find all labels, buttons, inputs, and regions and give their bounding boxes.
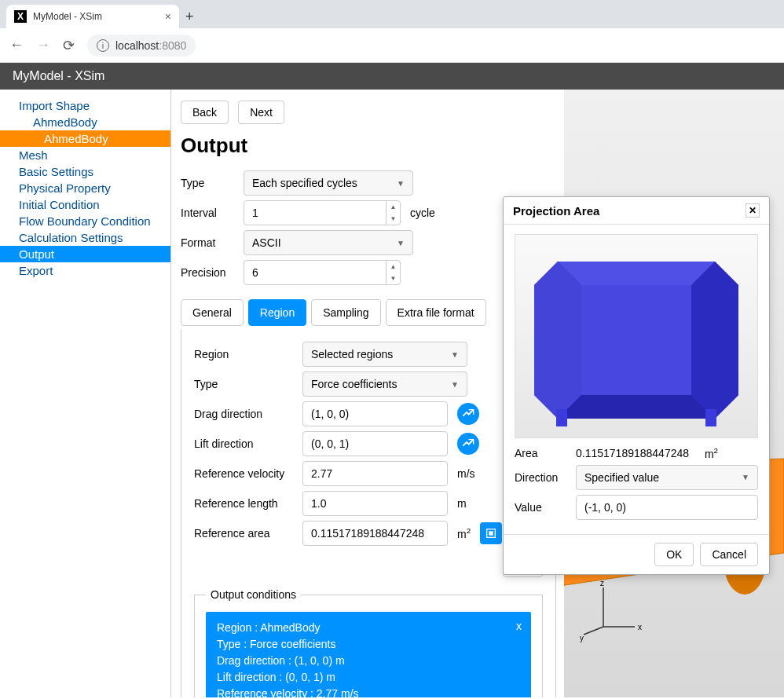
spinner-up-icon[interactable]: ▲: [387, 201, 400, 213]
sidebar-item-output[interactable]: Output: [0, 246, 170, 262]
lift-direction-input[interactable]: [302, 431, 448, 456]
reference-velocity-unit: m/s: [457, 467, 475, 480]
value-label: Value: [515, 501, 570, 514]
site-info-icon[interactable]: i: [97, 39, 109, 52]
browser-tab[interactable]: X MyModel - XSim ×: [6, 5, 179, 28]
svg-text:y: y: [580, 634, 584, 642]
region-select[interactable]: Selected regions ▼: [302, 342, 467, 367]
remove-condition-icon[interactable]: x: [516, 618, 522, 635]
favicon: X: [14, 10, 27, 23]
cond-drag: Drag direction : (1, 0, 0) m: [217, 653, 520, 669]
direction-select[interactable]: Specified value ▼: [576, 465, 758, 490]
page-heading: Output: [181, 134, 556, 158]
sidebar-item-import-shape[interactable]: Import Shape: [0, 97, 170, 114]
cond-region: Region : AhmedBody: [217, 620, 520, 636]
reference-velocity-label: Reference velocity: [194, 467, 296, 480]
tab-sampling[interactable]: Sampling: [311, 299, 380, 326]
tab-extra-file-format[interactable]: Extra file format: [386, 299, 486, 326]
interval-label: Interval: [181, 207, 237, 219]
dialog-close-icon[interactable]: ✕: [746, 203, 760, 218]
svg-rect-1: [489, 531, 493, 535]
cond-vel: Reference velocity : 2.77 m/s: [217, 686, 520, 697]
svg-marker-13: [558, 395, 715, 419]
sidebar-item-mesh[interactable]: Mesh: [0, 147, 170, 163]
tab-general[interactable]: General: [181, 299, 244, 326]
sidebar-item-flow-boundary[interactable]: Flow Boundary Condition: [0, 213, 170, 229]
address-bar[interactable]: i localhost:8080: [87, 35, 196, 57]
format-label: Format: [181, 236, 237, 249]
chevron-down-icon: ▼: [451, 350, 459, 359]
region-type-select[interactable]: Force coefficients ▼: [302, 371, 467, 397]
url-port: :8080: [159, 39, 186, 52]
reference-area-unit: m2: [457, 526, 471, 540]
nav-back-icon[interactable]: ←: [9, 37, 24, 53]
sidebar-item-physical-property[interactable]: Physical Property: [0, 180, 170, 196]
spinner-down-icon[interactable]: ▼: [387, 213, 400, 225]
reference-length-input[interactable]: [302, 491, 448, 516]
sidebar-item-ahmedbody[interactable]: AhmedBody: [0, 130, 170, 147]
reference-velocity-input[interactable]: [302, 461, 448, 486]
tab-close-icon[interactable]: ×: [165, 10, 171, 23]
tab-panel-region: Region Selected regions ▼ Type Force coe…: [181, 329, 556, 697]
reference-area-label: Reference area: [194, 527, 296, 540]
svg-marker-14: [581, 285, 691, 395]
sidebar: Import Shape AhmedBody AhmedBody Mesh Ba…: [0, 90, 171, 697]
sidebar-item-basic-settings[interactable]: Basic Settings: [0, 163, 170, 180]
svg-rect-16: [705, 409, 716, 426]
tab-region[interactable]: Region: [248, 299, 306, 326]
ok-button[interactable]: OK: [654, 543, 694, 566]
precision-label: Precision: [181, 266, 237, 279]
dialog-title: Projection Area: [513, 204, 599, 218]
sidebar-item-export[interactable]: Export: [0, 262, 170, 279]
sidebar-item-initial-condition[interactable]: Initial Condition: [0, 196, 170, 213]
region-type-label: Type: [194, 378, 296, 390]
projection-preview: [515, 234, 758, 438]
app-title-bar: MyModel - XSim: [0, 63, 784, 90]
svg-text:x: x: [638, 623, 642, 631]
sidebar-item-ahmedbody-group[interactable]: AhmedBody: [0, 114, 170, 130]
chevron-down-icon: ▼: [397, 179, 405, 188]
region-label: Region: [194, 348, 296, 360]
svg-marker-10: [558, 262, 715, 285]
area-label: Area: [515, 447, 570, 459]
new-tab-button[interactable]: +: [185, 9, 194, 25]
output-condition-card[interactable]: x Region : AhmedBody Type : Force coeffi…: [206, 612, 531, 697]
reference-area-input[interactable]: [302, 521, 448, 546]
nav-reload-icon[interactable]: ⟳: [63, 37, 75, 54]
area-unit: m2: [705, 446, 718, 460]
sidebar-item-calculation-settings[interactable]: Calculation Settings: [0, 229, 170, 246]
cancel-button[interactable]: Cancel: [700, 543, 758, 566]
chevron-down-icon: ▼: [451, 380, 459, 389]
url-host: localhost: [115, 39, 159, 52]
format-select[interactable]: ASCII ▼: [244, 230, 413, 255]
back-button[interactable]: Back: [181, 101, 229, 124]
type-select[interactable]: Each specified cycles ▼: [244, 170, 413, 196]
next-button[interactable]: Next: [238, 101, 284, 124]
svg-line-5: [584, 627, 603, 635]
cond-lift: Lift direction : (0, 0, 1) m: [217, 669, 520, 686]
direction-value-input[interactable]: [576, 495, 758, 520]
lift-direction-label: Lift direction: [194, 437, 296, 450]
output-conditions-legend: Output conditions: [206, 588, 301, 601]
spinner-up-icon[interactable]: ▲: [387, 261, 400, 273]
svg-marker-11: [691, 262, 738, 419]
axes-gizmo: x y z: [580, 580, 643, 642]
svg-text:z: z: [600, 580, 604, 587]
area-value: 0.11517189188447248: [576, 447, 689, 459]
pick-drag-direction-icon[interactable]: [457, 403, 479, 425]
nav-forward-icon[interactable]: →: [36, 37, 50, 53]
svg-rect-15: [556, 409, 567, 426]
drag-direction-input[interactable]: [302, 401, 448, 426]
projection-area-icon[interactable]: [480, 522, 502, 544]
spinner-down-icon[interactable]: ▼: [387, 273, 400, 284]
interval-unit: cycle: [410, 207, 435, 219]
interval-input[interactable]: ▲▼: [244, 200, 401, 225]
precision-input[interactable]: ▲▼: [244, 260, 401, 285]
cond-type: Type : Force coefficients: [217, 636, 520, 653]
browser-chrome: X MyModel - XSim × + ← → ⟳ i localhost:8…: [0, 0, 784, 63]
tab-title: MyModel - XSim: [33, 11, 102, 22]
drag-direction-label: Drag direction: [194, 408, 296, 420]
app-title: MyModel - XSim: [13, 69, 104, 82]
pick-lift-direction-icon[interactable]: [457, 433, 479, 455]
svg-marker-12: [534, 262, 581, 419]
